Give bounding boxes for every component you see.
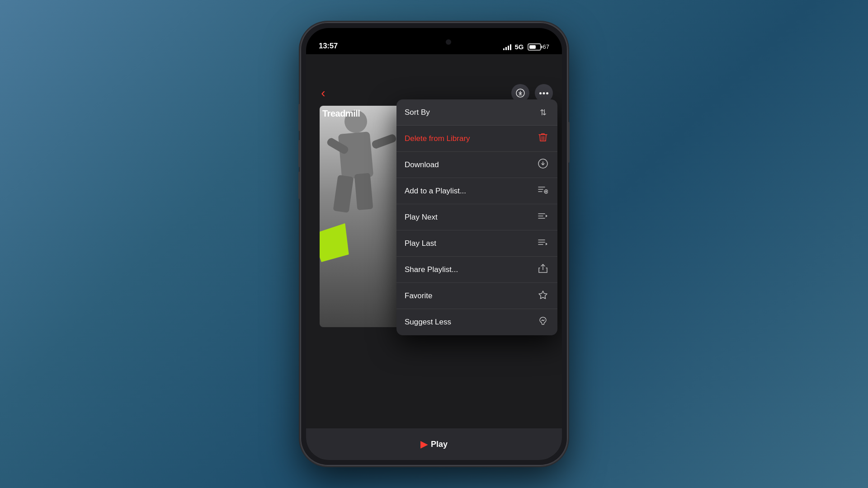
menu-item-download[interactable]: Download [396,152,557,178]
phone-device: 13:57 5G 67 [301,23,567,465]
play-last-icon [537,238,549,249]
signal-bar-2 [505,47,507,50]
share-label: Share Playlist... [405,265,458,274]
add-playlist-icon [537,186,549,196]
menu-item-suggest-less[interactable]: Suggest Less [396,309,557,335]
favorite-icon [537,290,549,302]
athlete-figure [320,106,401,327]
delete-label: Delete from Library [405,134,470,143]
signal-bar-4 [510,44,511,50]
status-time: 13:57 [319,42,338,51]
play-area: ▶ Play [306,428,562,460]
menu-item-add-playlist[interactable]: Add to a Playlist... [396,178,557,204]
menu-item-favorite[interactable]: Favorite [396,283,557,309]
favorite-label: Favorite [405,291,432,300]
phone-body: 13:57 5G 67 [301,23,567,465]
share-icon [537,263,549,276]
svg-point-1 [539,92,542,94]
back-button[interactable]: ‹ [315,85,331,101]
play-next-icon [537,212,549,222]
more-icon [539,92,548,94]
menu-item-play-last[interactable]: Play Last [396,230,557,257]
figure-leg-left [333,175,354,213]
figure-leg-right [354,173,373,211]
suggest-less-icon [537,316,549,328]
menu-item-play-next[interactable]: Play Next [396,204,557,230]
play-label: Play [431,440,448,449]
download-label: Download [405,160,439,169]
network-type: 5G [515,43,524,51]
battery-level: 67 [543,43,549,50]
delete-icon [537,132,549,145]
battery-container: 67 [528,43,549,51]
play-triangle-icon: ▶ [420,439,427,450]
play-next-label: Play Next [405,213,438,222]
suggest-less-label: Suggest Less [405,318,451,327]
back-chevron-icon: ‹ [321,86,325,100]
camera-dot [446,39,451,45]
menu-item-delete[interactable]: Delete from Library [396,126,557,152]
download-menu-icon [537,159,549,171]
green-accent [320,216,355,269]
sort-icon: ⇅ [537,108,549,117]
add-playlist-label: Add to a Playlist... [405,187,466,196]
svg-point-3 [546,92,548,94]
sort-by-label: Sort By [405,108,430,117]
download-icon [516,89,525,98]
dynamic-island [407,34,461,50]
context-menu: Sort By ⇅ Delete from Library [396,99,557,335]
figure-arm-right [371,133,397,150]
playlist-cover-title: Treadmill [322,108,360,119]
menu-item-share[interactable]: Share Playlist... [396,257,557,283]
battery [528,43,541,51]
phone-screen: 13:57 5G 67 [306,28,562,460]
menu-item-sort-by[interactable]: Sort By ⇅ [396,99,557,126]
play-last-label: Play Last [405,239,436,248]
cover-art-area [320,106,401,327]
battery-fill [529,45,536,49]
svg-point-2 [543,92,545,94]
signal-bar-1 [503,48,505,50]
status-right: 5G 67 [503,43,549,51]
signal-bar-3 [508,46,509,50]
figure-torso [338,131,373,179]
signal-bars [503,44,511,50]
play-button[interactable]: ▶ Play [420,439,448,450]
app-content: Treadmill ‹ [306,54,562,460]
